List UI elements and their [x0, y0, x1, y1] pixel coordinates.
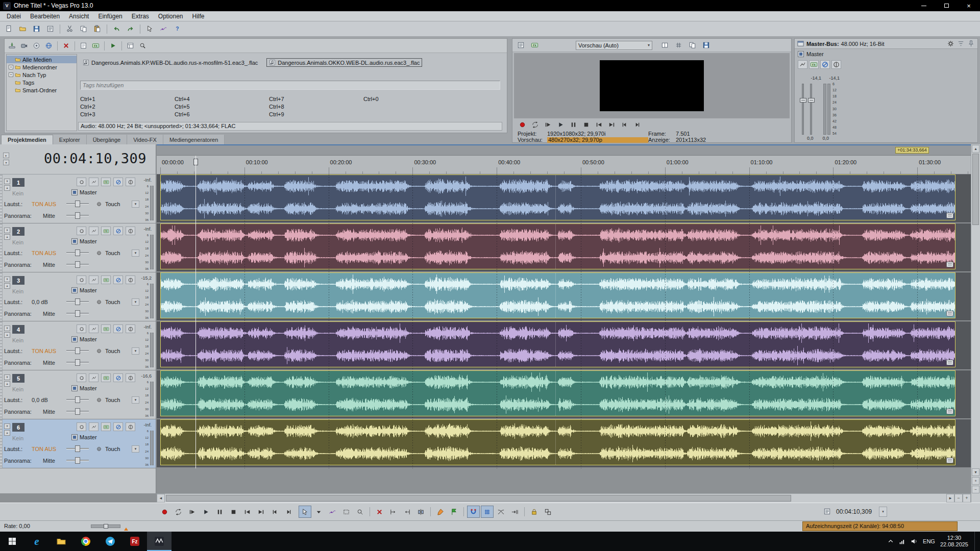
end-marker-tag[interactable]: +01:34:33,664 [895, 147, 929, 154]
prev-frame-button[interactable] [619, 119, 630, 130]
tray-network-icon[interactable] [899, 538, 905, 545]
next-frame-button[interactable] [631, 119, 643, 130]
play-from-start-button[interactable] [186, 506, 199, 518]
split-button[interactable] [414, 506, 427, 518]
auto-crossfade-button[interactable] [495, 506, 507, 518]
split-screen-view-button[interactable] [658, 39, 671, 52]
record-arm-button[interactable] [77, 276, 86, 284]
maximize-button[interactable] [935, 0, 958, 11]
start-button[interactable] [0, 532, 24, 551]
envelope-edit-tool-button[interactable] [157, 23, 170, 35]
video-output-fx-button[interactable]: FX [528, 39, 541, 52]
automation-settings-button[interactable] [95, 298, 103, 306]
tree-item-tags[interactable]: Tags [7, 79, 77, 86]
time-format-dropdown[interactable]: ▾ [879, 507, 887, 517]
prev-frame-button[interactable] [268, 506, 281, 518]
normal-edit-tool-button[interactable] [143, 23, 156, 35]
volume-value[interactable]: TON AUS [32, 250, 63, 256]
go-to-start-button[interactable] [593, 119, 604, 130]
menu-hilfe[interactable]: Hilfe [188, 12, 209, 21]
track-drag-handle[interactable] [0, 321, 3, 370]
automation-button[interactable] [89, 227, 99, 235]
audio-event-track-1[interactable] [160, 174, 955, 220]
project-video-properties-button[interactable] [514, 39, 527, 52]
extract-audio-button[interactable] [31, 40, 42, 52]
track-minimize-button[interactable]: ▾ [4, 228, 10, 233]
envelope-tool-button[interactable] [326, 506, 339, 518]
vertical-scrollbar[interactable]: ▴ ▾ + − [971, 144, 980, 493]
track-drag-handle[interactable] [0, 272, 3, 321]
track-restore-button[interactable]: ▴ [4, 185, 10, 191]
solo-button[interactable] [126, 422, 135, 431]
taskbar-file-explorer-button[interactable] [49, 532, 74, 551]
copy-button[interactable] [77, 23, 90, 35]
bus-fx-button[interactable]: FX [809, 60, 819, 69]
volume-slider[interactable] [66, 347, 89, 354]
pan-slider[interactable] [66, 408, 89, 415]
loop-playback-button[interactable] [172, 506, 185, 518]
record-arm-button[interactable] [77, 422, 86, 431]
trim-end-button[interactable] [401, 506, 413, 518]
volume-slider-thumb[interactable] [75, 445, 80, 452]
event-fx-icon[interactable] [946, 262, 953, 267]
automation-mode-dropdown[interactable]: ▾ [132, 201, 139, 208]
tray-volume-icon[interactable] [911, 538, 918, 545]
solo-button[interactable] [126, 373, 135, 382]
volume-value[interactable]: TON AUS [32, 446, 63, 452]
play-button[interactable] [555, 119, 566, 130]
tags-input[interactable] [80, 81, 500, 90]
track-bus-button[interactable]: Master [71, 385, 97, 391]
media-file-item[interactable]: Dangerous.Animals.OKKO.WEB-DL.audio.rus.… [266, 58, 422, 67]
automation-mode-dropdown[interactable]: ▾ [132, 347, 139, 355]
scrub-thumb[interactable] [104, 524, 108, 529]
track-bus-button[interactable]: Master [71, 434, 97, 440]
mute-button[interactable] [820, 60, 830, 69]
pan-slider-thumb[interactable] [75, 310, 80, 317]
audio-event-track-4[interactable] [160, 321, 955, 367]
project-properties-button[interactable] [44, 23, 57, 35]
capture-video-button[interactable] [18, 40, 30, 52]
horizontal-scroll-track[interactable] [165, 494, 946, 503]
track-fx-button[interactable]: FX [101, 227, 111, 235]
import-media-button[interactable] [6, 40, 18, 52]
record-button[interactable] [517, 119, 528, 130]
automation-settings-button[interactable] [95, 201, 103, 208]
pan-slider-thumb[interactable] [75, 359, 80, 366]
tray-chevron-up-icon[interactable] [888, 538, 894, 544]
automation-button[interactable] [89, 276, 99, 284]
track-restore-button[interactable]: ▴ [4, 283, 10, 289]
record-arm-button[interactable] [77, 227, 86, 235]
mute-button[interactable] [113, 373, 123, 382]
preview-quality-dropdown[interactable]: Vorschau (Auto) ▾ [576, 41, 652, 50]
mute-button[interactable] [113, 324, 123, 333]
track-minimize-button[interactable]: ▾ [4, 325, 10, 331]
show-desktop-button[interactable] [974, 532, 978, 551]
time-display-menu-button[interactable]: ▸ [3, 153, 9, 158]
volume-slider-thumb[interactable] [75, 201, 80, 207]
volume-value[interactable]: 0,0 dB [32, 397, 63, 403]
play-from-start-button[interactable] [542, 119, 553, 130]
record-arm-button[interactable] [77, 373, 86, 382]
media-properties-button[interactable] [78, 40, 89, 52]
event-fx-icon[interactable] [946, 311, 953, 316]
snap-toggle-button[interactable] [467, 506, 480, 518]
tree-expander-icon[interactable]: + [9, 65, 13, 69]
volume-slider-thumb[interactable] [75, 396, 80, 403]
edit-tool-button[interactable] [299, 506, 311, 518]
solo-button[interactable] [126, 276, 135, 284]
gear-button[interactable] [946, 40, 955, 48]
pan-slider[interactable] [66, 359, 89, 366]
track-drag-handle[interactable] [0, 223, 3, 272]
automation-settings-button[interactable] [95, 445, 103, 453]
mute-button[interactable] [113, 276, 123, 284]
pan-slider-thumb[interactable] [75, 457, 80, 464]
redo-button[interactable] [124, 23, 137, 35]
taskbar-chrome-button[interactable] [74, 532, 98, 551]
volume-slider-thumb[interactable] [75, 347, 80, 354]
track-minimize-button[interactable]: ▾ [4, 374, 10, 380]
mute-button[interactable] [113, 227, 123, 235]
track-bus-button[interactable]: Master [71, 336, 97, 342]
automation-button[interactable] [89, 422, 99, 431]
automation-mode-dropdown[interactable]: ▾ [132, 249, 139, 257]
taskbar-vegas-pro-button[interactable] [147, 532, 172, 551]
